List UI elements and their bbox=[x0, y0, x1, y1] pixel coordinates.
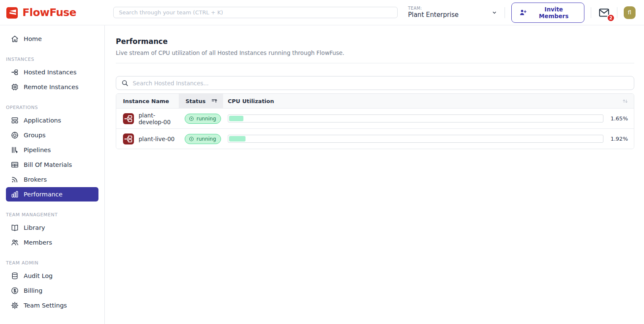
cpu-utilization-bar bbox=[228, 114, 603, 123]
column-header-instance-name[interactable]: Instance Name bbox=[116, 94, 179, 108]
node-red-instance-icon bbox=[123, 113, 134, 124]
sidebar-item-bill-of-materials[interactable]: Bill Of Materials bbox=[6, 158, 98, 172]
sort-ascending-icon bbox=[211, 98, 218, 105]
sidebar-item-label: Hosted Instances bbox=[24, 69, 76, 76]
sidebar-item-label: Audit Log bbox=[24, 272, 53, 279]
performance-icon bbox=[11, 190, 19, 199]
pipelines-icon bbox=[11, 146, 19, 154]
sidebar-item-brokers[interactable]: Brokers bbox=[6, 172, 98, 187]
sidebar-item-hosted-instances[interactable]: Hosted Instances bbox=[6, 65, 98, 79]
hosted-instances-search[interactable] bbox=[116, 76, 634, 90]
header-divider bbox=[591, 7, 591, 18]
flowfuse-logo-text: FlowFuse bbox=[22, 6, 76, 19]
header-divider bbox=[505, 7, 505, 18]
cpu-utilization-fill bbox=[229, 136, 246, 142]
sidebar-item-label: Groups bbox=[24, 132, 46, 139]
status-badge: running bbox=[185, 134, 221, 144]
notification-count-badge: 2 bbox=[607, 14, 615, 22]
hosted-instances-icon bbox=[11, 68, 19, 76]
page-subtitle: Live stream of CPU utilization of all Ho… bbox=[116, 49, 634, 56]
sidebar-item-label: Home bbox=[24, 35, 42, 42]
sidebar-item-label: Pipelines bbox=[24, 147, 51, 153]
sidebar-item-home[interactable]: Home bbox=[6, 32, 98, 46]
sidebar-item-applications[interactable]: Applications bbox=[6, 113, 98, 128]
sidebar-item-label: Team Settings bbox=[24, 302, 67, 309]
bill-of-materials-icon bbox=[11, 161, 19, 169]
flowfuse-logo-icon bbox=[6, 6, 19, 19]
billing-icon bbox=[11, 286, 19, 295]
sidebar-item-groups[interactable]: Groups bbox=[6, 128, 98, 142]
flowfuse-logo[interactable]: FlowFuse bbox=[6, 6, 76, 19]
top-header: FlowFuse TEAM: Plant Enterprise Invite M… bbox=[0, 0, 644, 25]
play-circle-icon bbox=[188, 136, 194, 142]
home-icon bbox=[11, 35, 19, 43]
sidebar: Home INSTANCES Hosted Instances bbox=[0, 25, 105, 324]
header-divider bbox=[617, 7, 617, 18]
sidebar-item-label: Applications bbox=[24, 117, 61, 124]
sidebar-section-team-admin: TEAM ADMIN bbox=[0, 260, 104, 266]
user-plus-icon bbox=[519, 8, 527, 16]
sort-arrows-icon[interactable] bbox=[608, 94, 634, 108]
search-icon bbox=[121, 79, 129, 87]
main-content: Performance Live stream of CPU utilizati… bbox=[105, 25, 644, 324]
sidebar-item-library[interactable]: Library bbox=[6, 221, 98, 235]
team-settings-icon bbox=[11, 301, 19, 310]
sidebar-item-label: Performance bbox=[24, 191, 63, 198]
sidebar-item-label: Bill Of Materials bbox=[24, 161, 72, 168]
column-header-status[interactable]: Status bbox=[179, 94, 223, 108]
column-header-cpu-utilization[interactable]: CPU Utilization bbox=[223, 94, 608, 108]
sidebar-item-performance[interactable]: Performance bbox=[6, 187, 98, 201]
invite-members-button[interactable]: Invite Members bbox=[511, 3, 584, 23]
brokers-icon bbox=[11, 175, 19, 184]
avatar[interactable]: fl bbox=[624, 6, 636, 19]
sidebar-section-team-management: TEAM MANAGEMENT bbox=[0, 212, 104, 218]
invite-members-label: Invite Members bbox=[531, 6, 577, 19]
table-row[interactable]: plant-live-00 running bbox=[116, 128, 634, 149]
cpu-utilization-fill bbox=[229, 116, 243, 121]
team-search-input[interactable] bbox=[113, 7, 398, 18]
groups-icon bbox=[11, 131, 19, 139]
sidebar-item-audit-log[interactable]: Audit Log bbox=[6, 269, 98, 283]
notifications-button[interactable]: 2 bbox=[598, 7, 611, 19]
sidebar-item-label: Brokers bbox=[24, 176, 47, 183]
team-name: Plant Enterprise bbox=[408, 11, 458, 19]
chevron-down-icon bbox=[491, 9, 498, 16]
instance-name: plant-live-00 bbox=[139, 136, 175, 142]
cpu-percentage: 1.65% bbox=[608, 115, 634, 122]
sidebar-item-pipelines[interactable]: Pipelines bbox=[6, 143, 98, 157]
sidebar-item-label: Remote Instances bbox=[24, 84, 79, 90]
sidebar-item-members[interactable]: Members bbox=[6, 235, 98, 250]
performance-table: Instance Name Status CPU Utilization bbox=[116, 93, 634, 149]
members-icon bbox=[11, 238, 19, 247]
applications-icon bbox=[11, 116, 19, 125]
sidebar-section-instances: INSTANCES bbox=[0, 57, 104, 62]
play-circle-icon bbox=[188, 116, 194, 122]
status-badge: running bbox=[185, 114, 221, 124]
sidebar-item-remote-instances[interactable]: Remote Instances bbox=[6, 80, 98, 94]
sidebar-item-label: Members bbox=[24, 239, 52, 246]
node-red-instance-icon bbox=[123, 133, 134, 144]
sidebar-item-label: Library bbox=[24, 224, 45, 231]
hosted-instances-search-input[interactable] bbox=[133, 80, 629, 87]
page-title: Performance bbox=[116, 37, 634, 46]
title-divider bbox=[116, 63, 634, 63]
cpu-percentage: 1.92% bbox=[608, 136, 634, 142]
remote-instances-icon bbox=[11, 83, 19, 91]
table-header: Instance Name Status CPU Utilization bbox=[116, 94, 634, 108]
library-icon bbox=[11, 223, 19, 232]
sidebar-section-operations: OPERATIONS bbox=[0, 105, 104, 110]
sidebar-item-label: Billing bbox=[24, 287, 42, 294]
sidebar-item-billing[interactable]: Billing bbox=[6, 283, 98, 298]
team-label: TEAM: bbox=[408, 6, 458, 11]
cpu-utilization-bar bbox=[228, 135, 603, 143]
table-row[interactable]: plant-develop-00 running bbox=[116, 108, 634, 128]
sidebar-item-team-settings[interactable]: Team Settings bbox=[6, 298, 98, 313]
instance-name: plant-develop-00 bbox=[139, 112, 179, 125]
audit-log-icon bbox=[11, 272, 19, 280]
team-selector[interactable]: TEAM: Plant Enterprise bbox=[408, 6, 498, 19]
